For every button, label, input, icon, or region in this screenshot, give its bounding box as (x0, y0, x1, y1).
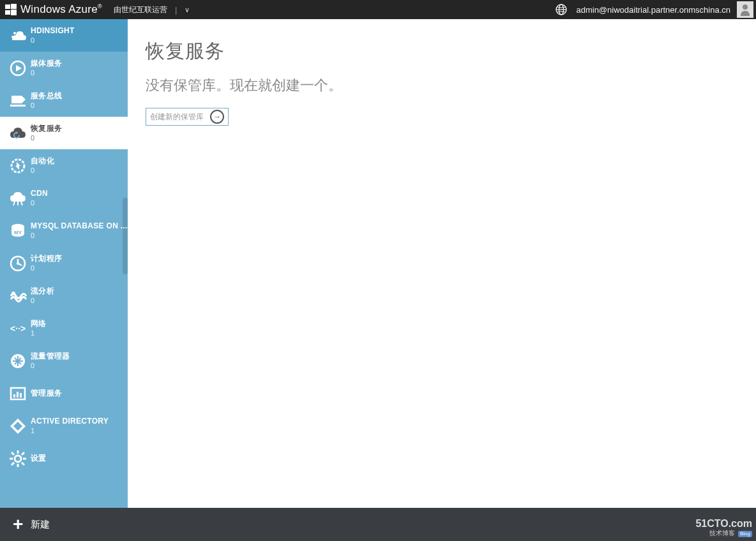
cdn-icon (5, 189, 31, 208)
sidebar-item-count: 0 (31, 167, 54, 175)
svg-rect-0 (5, 4, 10, 9)
sidebar-item-labels: 流分析0 (31, 287, 54, 304)
mysql-icon: MY (5, 221, 31, 241)
svg-rect-1 (11, 4, 17, 9)
chevron-down-icon[interactable]: ∨ (185, 6, 190, 14)
sidebar-item-trafficmanager[interactable]: 流量管理器0 (0, 345, 128, 377)
sidebar-item-automation[interactable]: 自动化0 (0, 149, 128, 182)
svg-line-42 (11, 452, 14, 455)
sidebar-item-labels: 流量管理器0 (31, 352, 70, 369)
sidebar-item-count: 0 (31, 69, 62, 77)
bottom-bar: + 新建 (0, 508, 756, 541)
sidebar-item-labels: 计划程序0 (31, 255, 62, 272)
sidebar-item-count: 0 (31, 362, 70, 370)
svg-text:MY: MY (14, 230, 22, 235)
svg-point-8 (13, 32, 16, 34)
plus-icon[interactable]: + (13, 515, 23, 533)
svg-rect-33 (17, 392, 19, 397)
sidebar-item-label: MYSQL DATABASE ON ... (31, 222, 128, 231)
svg-point-37 (15, 456, 21, 462)
sidebar-item-hdinsight[interactable]: HDINSIGHT0 (0, 19, 128, 52)
svg-line-43 (22, 463, 24, 465)
top-header: Windows Azure® 由世纪互联运营 | ∨ admin@niwodai… (0, 0, 756, 19)
sidebar-item-count: 1 (31, 329, 47, 337)
sidebar-item-settings[interactable]: 设置 (0, 442, 128, 475)
sidebar-item-label: CDN (31, 189, 48, 198)
sidebar-item-count: 0 (31, 264, 62, 272)
sidebar-item-label: 网络 (31, 320, 47, 329)
svg-line-21 (21, 202, 22, 205)
sidebar: HDINSIGHT0媒体服务0服务总线0恢复服务0自动化0CDN0MYMYSQL… (0, 19, 128, 508)
sidebar-item-label: 服务总线 (31, 92, 62, 101)
svg-point-27 (17, 262, 19, 265)
main-content: 恢复服务 没有保管库。现在就创建一个。 创建新的保管库 → (128, 19, 756, 508)
new-button-label[interactable]: 新建 (31, 519, 50, 531)
media-icon (5, 59, 31, 78)
svg-line-45 (11, 463, 14, 465)
sidebar-item-mgmtservices[interactable]: 管理服务 (0, 377, 128, 410)
sidebar-item-label: 媒体服务 (31, 59, 62, 68)
svg-point-7 (743, 4, 748, 10)
brand-suffix: ® (98, 3, 102, 10)
svg-marker-13 (22, 96, 26, 103)
sidebar-item-recovery[interactable]: 恢复服务0 (0, 117, 128, 149)
sidebar-item-labels: 服务总线0 (31, 92, 62, 109)
sidebar-item-label: 计划程序 (31, 255, 62, 263)
svg-marker-18 (15, 166, 19, 170)
arrow-right-circle-icon: → (210, 110, 224, 124)
user-email[interactable]: admin@niwodaitrial.partner.onmschina.cn (576, 5, 730, 15)
network-icon: <··> (5, 319, 31, 338)
sidebar-item-labels: 恢复服务0 (31, 124, 62, 142)
sidebar-item-labels: ACTIVE DIRECTORY1 (31, 417, 109, 434)
sidebar-item-label: 管理服务 (31, 389, 62, 398)
svg-rect-12 (11, 96, 22, 103)
globe-icon[interactable] (556, 4, 567, 15)
page-title: 恢复服务 (146, 38, 738, 64)
windows-logo-icon (5, 4, 17, 15)
brand-text: Windows Azure (20, 3, 98, 15)
sidebar-item-labels: MYSQL DATABASE ON ...0 (31, 222, 128, 239)
sidebar-item-label: 自动化 (31, 157, 54, 166)
sidebar-item-count: 1 (31, 427, 109, 435)
svg-text:<··>: <··> (10, 323, 26, 334)
sidebar-item-mysql[interactable]: MYMYSQL DATABASE ON ...0 (0, 214, 128, 247)
sidebar-item-count: 0 (31, 297, 54, 305)
sidebar-item-streamanalytics[interactable]: 流分析0 (0, 279, 128, 312)
divider: | (175, 5, 177, 15)
sidebar-item-label: 恢复服务 (31, 124, 62, 133)
sidebar-item-servicebus[interactable]: 服务总线0 (0, 84, 128, 117)
create-vault-link[interactable]: 创建新的保管库 → (146, 108, 229, 126)
sidebar-item-count: 0 (31, 232, 128, 240)
streamanalytics-icon (5, 286, 31, 306)
sidebar-item-labels: HDINSIGHT0 (31, 27, 75, 44)
svg-line-19 (13, 202, 15, 205)
avatar[interactable] (737, 1, 753, 18)
sidebar-item-network[interactable]: <··>网络1 (0, 312, 128, 345)
create-vault-label: 创建新的保管库 (150, 112, 204, 122)
sidebar-item-label: ACTIVE DIRECTORY (31, 417, 109, 426)
sidebar-item-scheduler[interactable]: 计划程序0 (0, 247, 128, 279)
sidebar-item-media[interactable]: 媒体服务0 (0, 52, 128, 84)
sidebar-item-count: 0 (31, 36, 75, 45)
sidebar-item-labels: 管理服务 (31, 389, 62, 398)
svg-point-28 (11, 292, 15, 295)
svg-rect-2 (5, 10, 10, 15)
sidebar-item-labels: 网络1 (31, 320, 47, 337)
svg-marker-11 (16, 65, 22, 71)
svg-line-44 (22, 452, 24, 455)
automation-icon (5, 156, 31, 175)
brand-name[interactable]: Windows Azure® (20, 3, 102, 16)
svg-rect-32 (13, 394, 15, 397)
hdinsight-icon (5, 26, 31, 45)
sidebar-item-labels: 自动化0 (31, 157, 54, 174)
recovery-icon (5, 124, 31, 143)
sidebar-item-count: 0 (31, 101, 62, 110)
scheduler-icon (5, 254, 31, 273)
sidebar-item-labels: CDN0 (31, 189, 48, 207)
sidebar-item-activedirectory[interactable]: ACTIVE DIRECTORY1 (0, 410, 128, 442)
sidebar-item-label: 流量管理器 (31, 352, 70, 361)
sidebar-item-count: 0 (31, 134, 62, 142)
sidebar-item-cdn[interactable]: CDN0 (0, 182, 128, 214)
sidebar-item-count: 0 (31, 199, 48, 207)
page-subtitle: 没有保管库。现在就创建一个。 (146, 76, 738, 95)
